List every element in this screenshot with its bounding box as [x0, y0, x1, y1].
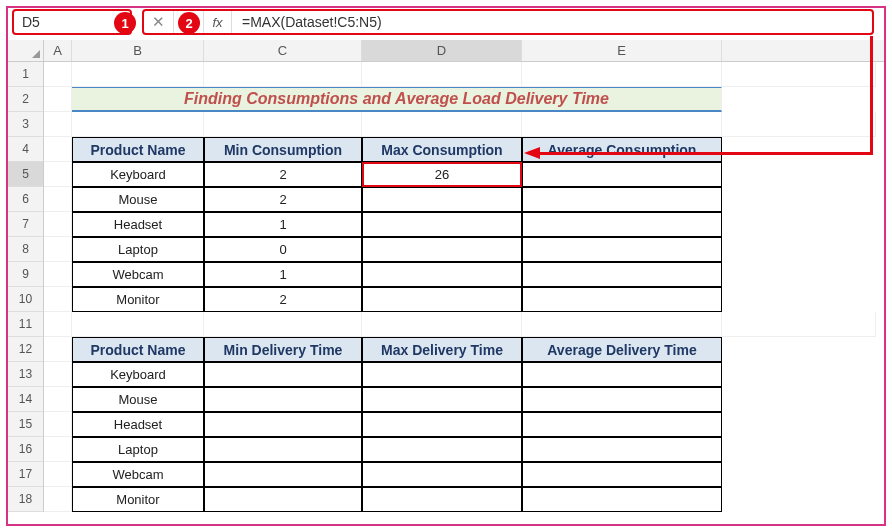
t1-header: Product Name — [72, 137, 204, 162]
table-cell[interactable]: Webcam — [72, 462, 204, 487]
fx-icon[interactable]: fx — [204, 11, 232, 33]
table-cell[interactable] — [362, 412, 522, 437]
cells-area[interactable]: Finding Consumptions and Average Load De… — [44, 62, 884, 512]
row-header[interactable]: 11 — [8, 312, 44, 337]
callout-badge-1: 1 — [114, 12, 136, 34]
table-cell[interactable] — [522, 362, 722, 387]
t2-header: Max Delivery Time — [362, 337, 522, 362]
row-header[interactable]: 16 — [8, 437, 44, 462]
table-cell[interactable]: Webcam — [72, 262, 204, 287]
table-cell[interactable]: 2 — [204, 162, 362, 187]
table-cell[interactable] — [522, 237, 722, 262]
check-hidden[interactable]: 2 — [174, 11, 204, 33]
table-cell[interactable] — [204, 487, 362, 512]
table-cell[interactable] — [204, 437, 362, 462]
table-cell[interactable] — [522, 187, 722, 212]
table-cell[interactable] — [362, 362, 522, 387]
t1-header: Max Consumption — [362, 137, 522, 162]
t2-header: Product Name — [72, 337, 204, 362]
cancel-icon[interactable]: ✕ — [144, 11, 174, 33]
formula-bar: ✕ 2 fx — [142, 9, 874, 35]
table-cell[interactable] — [204, 412, 362, 437]
row-header[interactable]: 10 — [8, 287, 44, 312]
table-cell[interactable] — [522, 287, 722, 312]
table-cell[interactable]: Laptop — [72, 237, 204, 262]
table-cell[interactable] — [362, 237, 522, 262]
row-header[interactable]: 17 — [8, 462, 44, 487]
table-cell[interactable] — [204, 462, 362, 487]
formula-input[interactable] — [232, 14, 872, 30]
table-cell[interactable] — [522, 412, 722, 437]
row-header[interactable]: 18 — [8, 487, 44, 512]
table-cell[interactable] — [362, 462, 522, 487]
table-cell[interactable]: Monitor — [72, 287, 204, 312]
table-cell[interactable] — [522, 262, 722, 287]
app-frame: ▼ 1 ✕ 2 fx A B C D E 1 2 3 4 5 — [6, 6, 886, 526]
row-header[interactable]: 5 — [8, 162, 44, 187]
table-cell[interactable]: 1 — [204, 262, 362, 287]
col-header-b[interactable]: B — [72, 40, 204, 61]
col-header-d[interactable]: D — [362, 40, 522, 61]
row-header[interactable]: 4 — [8, 137, 44, 162]
table-cell[interactable]: Keyboard — [72, 362, 204, 387]
table-cell[interactable]: 0 — [204, 237, 362, 262]
table-cell[interactable]: 2 — [204, 187, 362, 212]
row-header[interactable]: 6 — [8, 187, 44, 212]
table-cell[interactable] — [362, 212, 522, 237]
table-cell[interactable] — [204, 362, 362, 387]
t1-header: Min Consumption — [204, 137, 362, 162]
table-cell[interactable] — [204, 387, 362, 412]
table-cell[interactable] — [362, 287, 522, 312]
cell-d5[interactable]: 26 — [362, 162, 522, 187]
select-all-corner[interactable] — [8, 40, 44, 61]
row-header[interactable]: 7 — [8, 212, 44, 237]
page-title: Finding Consumptions and Average Load De… — [72, 87, 722, 112]
table-cell[interactable]: 1 — [204, 212, 362, 237]
row-header[interactable]: 9 — [8, 262, 44, 287]
table-cell[interactable]: 2 — [204, 287, 362, 312]
t2-header: Min Delivery Time — [204, 337, 362, 362]
row-header[interactable]: 15 — [8, 412, 44, 437]
table-cell[interactable]: Headset — [72, 412, 204, 437]
row-header[interactable]: 1 — [8, 62, 44, 87]
table-cell[interactable]: Keyboard — [72, 162, 204, 187]
table-cell[interactable]: Mouse — [72, 387, 204, 412]
row-header[interactable]: 13 — [8, 362, 44, 387]
table-cell[interactable]: Headset — [72, 212, 204, 237]
t2-header: Average Delivery Time — [522, 337, 722, 362]
formula-bar-row: ▼ 1 ✕ 2 fx — [8, 8, 884, 36]
table-cell[interactable] — [522, 437, 722, 462]
table-cell[interactable]: Laptop — [72, 437, 204, 462]
callout-badge-2: 2 — [178, 12, 200, 34]
table-cell[interactable] — [362, 437, 522, 462]
row-header[interactable]: 2 — [8, 87, 44, 112]
table-cell[interactable] — [362, 487, 522, 512]
callout-arrow — [538, 152, 873, 155]
table-cell[interactable] — [522, 462, 722, 487]
row-headers: 1 2 3 4 5 6 7 8 9 10 11 12 13 14 15 16 1… — [8, 62, 44, 512]
callout-arrow — [870, 36, 873, 154]
table-cell[interactable] — [362, 262, 522, 287]
row-header[interactable]: 12 — [8, 337, 44, 362]
row-header[interactable]: 3 — [8, 112, 44, 137]
col-header-a[interactable]: A — [44, 40, 72, 61]
col-header-e[interactable]: E — [522, 40, 722, 61]
table-cell[interactable] — [362, 187, 522, 212]
row-header[interactable]: 14 — [8, 387, 44, 412]
table-cell[interactable]: Mouse — [72, 187, 204, 212]
col-header-c[interactable]: C — [204, 40, 362, 61]
spreadsheet-grid: A B C D E 1 2 3 4 5 6 7 8 9 10 11 12 13 … — [8, 40, 884, 512]
row-header[interactable]: 8 — [8, 237, 44, 262]
arrow-left-icon — [524, 147, 540, 159]
column-headers: A B C D E — [8, 40, 884, 62]
table-cell[interactable] — [522, 387, 722, 412]
table-cell[interactable] — [522, 162, 722, 187]
table-cell[interactable] — [362, 387, 522, 412]
t1-header: Average Consumption — [522, 137, 722, 162]
name-box-container: ▼ 1 — [12, 9, 132, 35]
table-cell[interactable] — [522, 212, 722, 237]
table-cell[interactable]: Monitor — [72, 487, 204, 512]
table-cell[interactable] — [522, 487, 722, 512]
